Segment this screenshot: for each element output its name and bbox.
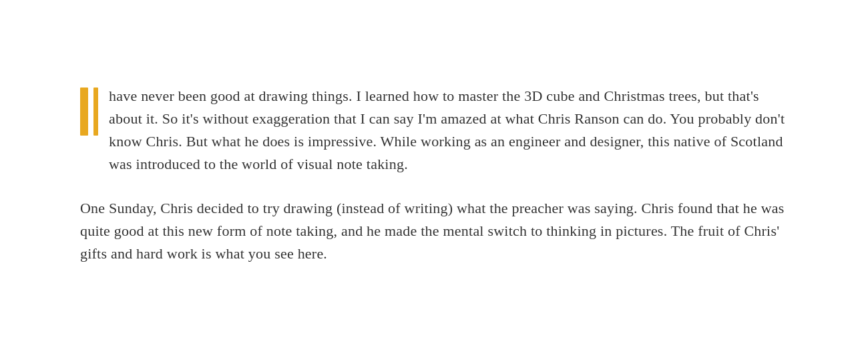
second-paragraph-block: One Sunday, Chris decided to try drawing… <box>80 197 788 265</box>
quote-bar-left <box>80 88 88 136</box>
main-content: have never been good at drawing things. … <box>53 65 815 286</box>
second-paragraph-text: One Sunday, Chris decided to try drawing… <box>80 197 788 265</box>
quote-bar-right <box>93 88 98 136</box>
quote-mark-icon <box>80 88 98 136</box>
first-paragraph-text: have never been good at drawing things. … <box>109 85 788 176</box>
first-paragraph-block: have never been good at drawing things. … <box>80 85 788 176</box>
